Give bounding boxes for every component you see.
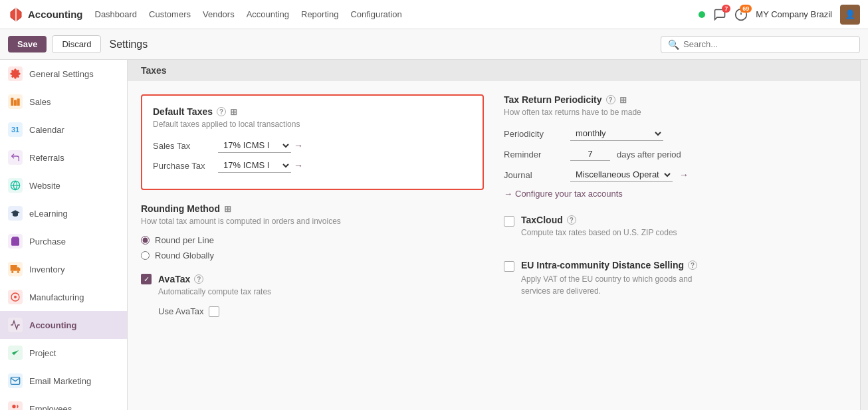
sidebar-item-website[interactable]: Website (0, 171, 127, 199)
discard-button[interactable]: Discard (52, 35, 101, 53)
journal-row: Journal Miscellaneous Operat → (504, 167, 847, 182)
eu-intra-checkbox[interactable] (504, 261, 514, 272)
save-button[interactable]: Save (8, 36, 47, 52)
eu-intra-desc: Apply VAT of the EU country to which goo… (521, 273, 720, 297)
periodicity-label: Periodicity (504, 129, 564, 139)
reminder-label: Reminder (504, 150, 564, 159)
sidebar-item-manufacturing[interactable]: Manufacturing (0, 283, 127, 311)
content-area: Taxes Default Taxes ? ⊞ Default taxes ap… (128, 60, 860, 410)
periodicity-section: Tax Return Periodicity ? ⊞ How often tax… (504, 94, 847, 199)
round-per-line-radio[interactable] (141, 236, 150, 245)
referrals-icon (8, 150, 23, 165)
notifications-button[interactable]: 69 (734, 8, 748, 21)
sidebar-label-sales: Sales (29, 97, 51, 107)
sidebar-item-project[interactable]: Project (0, 339, 127, 367)
taxcloud-desc: Compute tax rates based on U.S. ZIP code… (521, 228, 677, 237)
sidebar-item-purchase[interactable]: Purchase (0, 227, 127, 255)
sidebar-item-accounting[interactable]: Accounting (0, 311, 127, 339)
rounding-grid-icon[interactable]: ⊞ (224, 204, 231, 214)
sidebar-label-employees: Employees (29, 404, 72, 411)
sidebar-item-employees[interactable]: Employees (0, 395, 127, 410)
calendar-icon: 31 (8, 122, 23, 137)
nav-accounting[interactable]: Accounting (247, 9, 289, 19)
round-globally-option[interactable]: Round Globally (141, 251, 484, 260)
svg-rect-12 (11, 265, 17, 271)
main-layout: General Settings Sales 31 Calendar Refer… (0, 60, 868, 410)
search-icon: 🔍 (668, 39, 679, 50)
round-per-line-option[interactable]: Round per Line (141, 235, 484, 245)
use-avatax-row: Use AvaTax (158, 306, 271, 317)
sidebar-item-email-marketing[interactable]: Email Marketing (0, 367, 127, 395)
sidebar-label-purchase: Purchase (29, 237, 66, 247)
default-taxes-grid-icon[interactable]: ⊞ (230, 107, 237, 117)
employees-icon (8, 401, 23, 410)
round-globally-radio[interactable] (141, 251, 150, 260)
avatax-section: ✓ AvaTax ? Automatically compute tax rat… (141, 274, 484, 317)
rounding-section: Rounding Method ⊞ How total tax amount i… (141, 203, 484, 260)
sidebar-label-accounting: Accounting (29, 320, 77, 330)
avatax-checkbox[interactable]: ✓ (141, 274, 152, 284)
sidebar-item-general-settings[interactable]: General Settings (0, 60, 127, 88)
sales-tax-arrow[interactable]: → (294, 140, 303, 151)
svg-marker-13 (17, 267, 21, 270)
sidebar-item-calendar[interactable]: 31 Calendar (0, 116, 127, 144)
top-nav-right: 7 69 MY Company Brazil 👤 (699, 5, 860, 25)
periodicity-row: Periodicity monthly (504, 126, 847, 141)
svg-point-17 (12, 405, 15, 408)
eu-intra-title: EU Intra-community Distance Selling ? (521, 260, 720, 270)
eu-section: EU Intra-community Distance Selling ? Ap… (504, 260, 847, 306)
sidebar-item-referrals[interactable]: Referrals (0, 144, 127, 171)
nav-links: Dashboard Customers Vendors Accounting R… (95, 9, 402, 19)
nav-dashboard[interactable]: Dashboard (95, 9, 138, 19)
messages-button[interactable]: 7 (713, 8, 726, 21)
sidebar-item-inventory[interactable]: Inventory (0, 255, 127, 283)
purchase-tax-arrow[interactable]: → (294, 160, 303, 171)
sidebar-item-sales[interactable]: Sales (0, 88, 127, 116)
tax-return-title: Tax Return Periodicity ? ⊞ (504, 94, 847, 105)
reminder-suffix: days after period (617, 150, 681, 159)
configure-tax-accounts-link[interactable]: → Configure your tax accounts (504, 189, 847, 199)
reminder-input[interactable] (570, 148, 610, 161)
logo-icon (8, 7, 24, 23)
svg-rect-8 (17, 98, 20, 106)
nav-customers[interactable]: Customers (149, 9, 191, 19)
sidebar-item-elearning[interactable]: eLearning (0, 199, 127, 227)
manufacturing-icon (8, 290, 23, 304)
app-logo[interactable]: Accounting (8, 7, 83, 23)
purchase-tax-select[interactable]: 17% ICMS I (218, 158, 291, 173)
right-scrollbar[interactable] (860, 60, 868, 410)
online-status-dot (699, 11, 705, 18)
toolbar: Save Discard Settings 🔍 (0, 29, 868, 60)
search-box: 🔍 (661, 36, 860, 53)
sales-tax-select[interactable]: 17% ICMS I (218, 138, 291, 153)
eu-intra-help-icon[interactable]: ? (688, 260, 697, 270)
sales-tax-row: Sales Tax 17% ICMS I → (153, 138, 472, 153)
tax-return-grid-icon[interactable]: ⊞ (619, 95, 627, 105)
purchase-tax-row: Purchase Tax 17% ICMS I → (153, 158, 472, 173)
journal-label: Journal (504, 170, 564, 180)
nav-vendors[interactable]: Vendors (203, 9, 235, 19)
purchase-icon (8, 234, 23, 249)
use-avatax-label: Use AvaTax (158, 306, 203, 316)
journal-select[interactable]: Miscellaneous Operat (570, 167, 673, 182)
journal-arrow[interactable]: → (679, 169, 689, 180)
tax-return-help-icon[interactable]: ? (606, 95, 615, 104)
sidebar-label-elearning: eLearning (29, 209, 68, 219)
default-taxes-help-icon[interactable]: ? (217, 107, 226, 116)
nav-configuration[interactable]: Configuration (350, 9, 401, 19)
sidebar-label-website: Website (29, 181, 60, 191)
purchase-tax-label: Purchase Tax (153, 161, 213, 171)
periodicity-select[interactable]: monthly (570, 126, 663, 141)
content-body: Default Taxes ? ⊞ Default taxes applied … (128, 81, 860, 330)
taxcloud-checkbox[interactable] (504, 216, 514, 227)
sales-tax-label: Sales Tax (153, 141, 213, 151)
rounding-radio-group: Round per Line Round Globally (141, 235, 484, 260)
nav-reporting[interactable]: Reporting (301, 9, 338, 19)
avatax-help-icon[interactable]: ? (194, 274, 203, 284)
avatax-title: AvaTax ? (158, 274, 271, 284)
user-avatar[interactable]: 👤 (840, 5, 860, 25)
use-avatax-checkbox[interactable] (209, 306, 219, 317)
sales-tax-value-wrap: 17% ICMS I → (218, 138, 303, 153)
search-input[interactable] (683, 39, 853, 49)
taxcloud-help-icon[interactable]: ? (567, 215, 576, 225)
